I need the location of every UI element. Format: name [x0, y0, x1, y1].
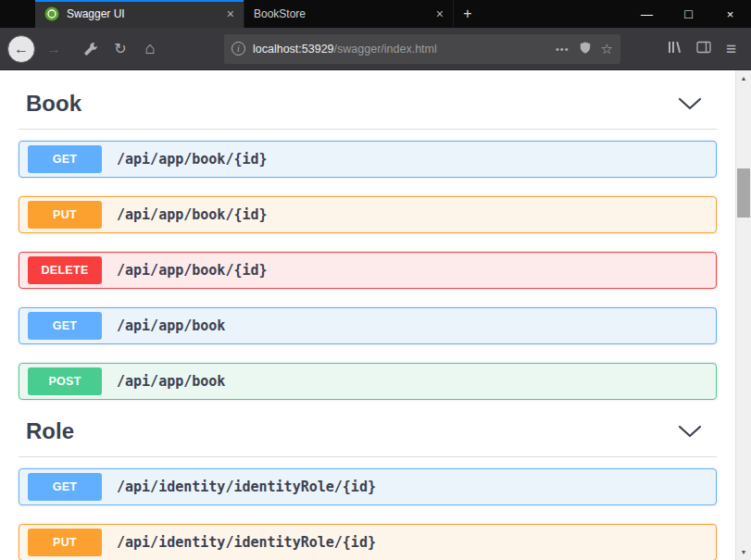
endpoint-path: /api/app/book/{id}: [117, 206, 268, 223]
scroll-up-icon[interactable]: ▲: [736, 70, 751, 86]
browser-toolbar: ← → ↻ ⌂ i localhost:53929/swagger/index.…: [0, 28, 751, 70]
window-titlebar: Swagger UI × BookStore × + — □ ×: [0, 0, 751, 28]
scrollbar-thumb[interactable]: [737, 168, 750, 218]
endpoint-row[interactable]: POST /api/app/book: [19, 363, 717, 400]
wrench-icon[interactable]: [78, 36, 104, 62]
tab-swagger-ui[interactable]: Swagger UI ×: [35, 0, 244, 28]
home-icon: ⌂: [145, 39, 156, 58]
window-close-button[interactable]: ×: [709, 0, 751, 28]
method-badge[interactable]: GET: [28, 473, 102, 501]
url-bar[interactable]: i localhost:53929/swagger/index.html •••…: [224, 34, 620, 64]
forward-button[interactable]: →: [41, 35, 67, 63]
site-info-icon[interactable]: i: [232, 42, 245, 56]
vertical-scrollbar[interactable]: ▲ ▼: [735, 70, 751, 560]
method-badge[interactable]: DELETE: [28, 256, 102, 284]
method-badge[interactable]: PUT: [28, 529, 102, 556]
section-header-book[interactable]: Book: [19, 91, 717, 130]
tab-close-icon[interactable]: ×: [434, 6, 445, 21]
tab-title: BookStore: [254, 7, 429, 20]
endpoint-path: /api/app/book/{id}: [117, 262, 268, 279]
section-header-role[interactable]: Role: [19, 418, 717, 457]
swagger-favicon-icon: [44, 6, 59, 21]
home-button[interactable]: ⌂: [137, 36, 163, 62]
method-badge[interactable]: PUT: [28, 201, 102, 229]
back-button[interactable]: ←: [7, 35, 35, 63]
page-content: Book GET /api/app/book/{id} PUT /api/app…: [0, 70, 751, 560]
endpoint-row[interactable]: DELETE /api/app/book/{id}: [19, 252, 717, 289]
sidebar-icon[interactable]: [696, 40, 711, 58]
endpoint-row[interactable]: PUT /api/app/book/{id}: [19, 196, 717, 233]
endpoint-path: /api/app/book: [117, 373, 225, 390]
scroll-down-icon[interactable]: ▼: [736, 544, 751, 560]
tab-bookstore[interactable]: BookStore ×: [244, 0, 454, 28]
bookmark-star-icon[interactable]: ☆: [601, 41, 613, 57]
library-icon[interactable]: [667, 40, 682, 58]
endpoint-row[interactable]: GET /api/app/book: [19, 307, 717, 344]
url-host: localhost:53929: [253, 43, 334, 56]
chevron-down-icon[interactable]: [678, 97, 702, 110]
titlebar-drag-area: [482, 0, 626, 28]
method-badge[interactable]: GET: [28, 145, 102, 173]
chevron-down-icon[interactable]: [678, 425, 702, 438]
maximize-button[interactable]: □: [668, 0, 709, 28]
refresh-button[interactable]: ↻: [107, 36, 133, 62]
method-badge[interactable]: POST: [28, 367, 102, 395]
endpoint-row[interactable]: GET /api/app/book/{id}: [19, 141, 717, 178]
new-tab-button[interactable]: +: [454, 0, 482, 28]
section-title: Book: [26, 91, 81, 117]
titlebar-spacer: [0, 0, 35, 28]
url-path: /swagger/index.html: [334, 43, 437, 56]
refresh-icon: ↻: [114, 40, 126, 57]
endpoint-row[interactable]: PUT /api/identity/identityRole/{id}: [19, 524, 717, 560]
forward-arrow-icon: →: [46, 41, 61, 57]
section-title: Role: [26, 418, 74, 444]
shield-icon[interactable]: [579, 41, 592, 57]
page-actions-icon[interactable]: •••: [556, 44, 570, 55]
hamburger-menu-icon[interactable]: ≡: [726, 39, 736, 59]
method-badge[interactable]: GET: [28, 312, 102, 340]
endpoint-path: /api/app/book/{id}: [117, 151, 268, 168]
endpoint-path: /api/identity/identityRole/{id}: [117, 479, 376, 495]
endpoint-row[interactable]: GET /api/identity/identityRole/{id}: [19, 468, 717, 505]
tab-title: Swagger UI: [67, 7, 219, 20]
endpoint-path: /api/identity/identityRole/{id}: [117, 534, 376, 551]
endpoint-path: /api/app/book: [117, 317, 225, 334]
minimize-button[interactable]: —: [626, 0, 668, 28]
back-arrow-icon: ←: [14, 41, 29, 57]
tab-close-icon[interactable]: ×: [225, 6, 236, 21]
